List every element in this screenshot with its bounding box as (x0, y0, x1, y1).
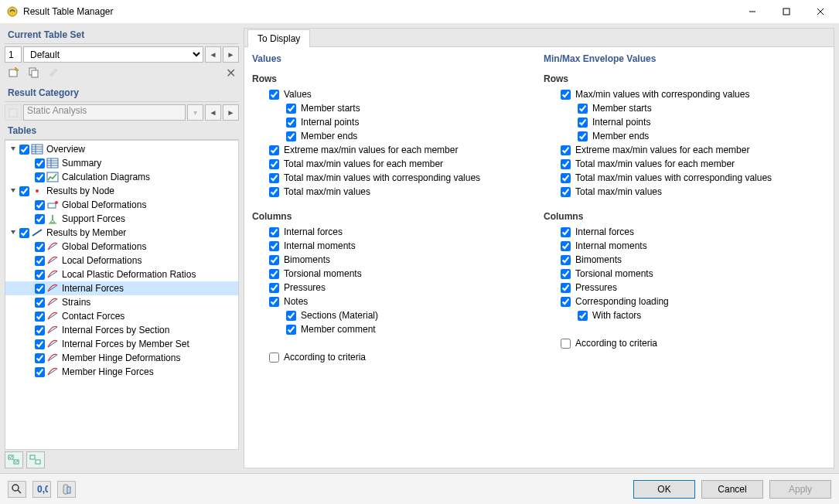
option-label: Values (284, 89, 312, 100)
option-checkbox[interactable] (286, 311, 296, 321)
tree-checkbox[interactable] (19, 145, 29, 155)
tree-item[interactable]: Local Plastic Deformation Ratios (5, 267, 238, 281)
tree-checkbox[interactable] (19, 186, 29, 196)
tree-item[interactable]: Member Hinge Forces (5, 365, 238, 379)
reset-button[interactable] (57, 481, 76, 498)
option-checkbox[interactable] (269, 159, 279, 169)
next-category-button[interactable]: ► (223, 104, 239, 121)
option-checkbox[interactable] (561, 241, 571, 251)
option-checkbox[interactable] (578, 311, 588, 321)
search-button[interactable] (8, 481, 26, 498)
tree-item[interactable]: Member Hinge Deformations (5, 351, 238, 365)
tree-checkbox[interactable] (35, 270, 45, 280)
option-checkbox[interactable] (561, 227, 571, 237)
tree-item[interactable]: Internal Forces by Section (5, 323, 238, 337)
tree-group[interactable]: Overview (5, 142, 238, 156)
tree-checkbox[interactable] (35, 242, 45, 252)
tree-item[interactable]: Global Deformations (5, 240, 238, 254)
tree-checkbox[interactable] (35, 312, 45, 322)
check-row: Member starts (252, 101, 534, 115)
tree-checkbox[interactable] (35, 256, 45, 266)
tree-caret[interactable] (9, 228, 18, 237)
tree-checkbox[interactable] (35, 298, 45, 308)
cancel-button[interactable]: Cancel (701, 480, 763, 499)
option-checkbox[interactable] (269, 145, 279, 155)
tree-caret[interactable] (9, 186, 18, 196)
option-checkbox[interactable] (269, 283, 279, 293)
tree-group[interactable]: Results by Node (5, 184, 238, 198)
next-table-set-button[interactable]: ► (223, 46, 239, 63)
curve-red-icon (46, 240, 59, 253)
option-checkbox[interactable] (269, 241, 279, 251)
tree-item[interactable]: Summary (5, 156, 238, 170)
ok-button[interactable]: OK (633, 480, 695, 499)
tree-item[interactable]: Global Deformations (5, 198, 238, 212)
tree-checkbox[interactable] (35, 214, 45, 224)
tab-to-display[interactable]: To Display (247, 29, 310, 47)
tree-item-label: Internal Forces by Section (60, 325, 171, 335)
option-checkbox[interactable] (561, 269, 571, 279)
option-checkbox[interactable] (578, 104, 588, 114)
option-checkbox[interactable] (286, 131, 296, 141)
option-checkbox[interactable] (269, 90, 279, 100)
tree-item[interactable]: Internal Forces (5, 281, 238, 295)
option-checkbox[interactable] (561, 187, 571, 197)
tree-checkbox[interactable] (35, 172, 45, 182)
tree-item[interactable]: Calculation Diagrams (5, 170, 238, 184)
check-row: Extreme max/min values for each member (544, 143, 826, 157)
option-checkbox[interactable] (286, 325, 296, 335)
apply-button[interactable]: Apply (769, 480, 831, 499)
table-set-select[interactable]: Default (23, 46, 203, 63)
option-checkbox[interactable] (561, 173, 571, 183)
tree-item[interactable]: Support Forces (5, 212, 238, 226)
tree-checkbox[interactable] (35, 200, 45, 210)
maximize-button[interactable] (769, 0, 803, 23)
option-checkbox[interactable] (561, 159, 571, 169)
option-checkbox[interactable] (269, 255, 279, 265)
minimize-button[interactable] (735, 0, 769, 23)
prev-table-set-button[interactable]: ◄ (205, 46, 221, 63)
units-button[interactable]: 0,00 (32, 481, 51, 498)
tree-checkbox[interactable] (35, 353, 45, 363)
option-checkbox[interactable] (269, 227, 279, 237)
tree-caret (24, 200, 33, 209)
select-all-button[interactable] (5, 451, 23, 468)
tree-item[interactable]: Strains (5, 295, 238, 309)
option-checkbox[interactable] (561, 90, 571, 100)
table-set-number[interactable] (5, 46, 22, 63)
deselect-all-button[interactable] (26, 451, 45, 468)
option-checkbox[interactable] (286, 117, 296, 128)
option-checkbox[interactable] (269, 269, 279, 279)
tables-tree[interactable]: OverviewSummaryCalculation DiagramsResul… (5, 140, 239, 450)
curve-red-icon (46, 324, 59, 336)
option-checkbox[interactable] (269, 187, 279, 197)
tree-item[interactable]: Internal Forces by Member Set (5, 337, 238, 351)
tree-item[interactable]: Contact Forces (5, 309, 238, 323)
option-checkbox[interactable] (269, 352, 279, 363)
option-checkbox[interactable] (269, 297, 279, 307)
delete-table-set-button[interactable]: ✕ (222, 64, 239, 81)
tree-checkbox[interactable] (35, 339, 45, 349)
option-checkbox[interactable] (561, 283, 571, 293)
check-row: Internal forces (252, 225, 534, 239)
tree-checkbox[interactable] (35, 367, 45, 377)
tree-group[interactable]: Results by Member (5, 226, 238, 240)
option-checkbox[interactable] (561, 255, 571, 265)
tree-item[interactable]: Local Deformations (5, 254, 238, 267)
prev-category-button[interactable]: ◄ (205, 104, 221, 121)
option-checkbox[interactable] (578, 131, 588, 141)
option-checkbox[interactable] (561, 145, 571, 155)
copy-table-set-button[interactable] (25, 64, 43, 81)
tree-checkbox[interactable] (35, 325, 45, 335)
option-checkbox[interactable] (561, 297, 571, 307)
option-checkbox[interactable] (269, 173, 279, 183)
tree-checkbox[interactable] (19, 228, 29, 238)
option-checkbox[interactable] (286, 104, 296, 114)
option-checkbox[interactable] (578, 117, 588, 128)
option-checkbox[interactable] (561, 339, 571, 349)
close-button[interactable] (803, 0, 837, 23)
tree-caret[interactable] (9, 145, 18, 154)
new-table-set-button[interactable] (5, 64, 23, 81)
tree-checkbox[interactable] (35, 158, 45, 169)
tree-checkbox[interactable] (35, 284, 45, 294)
